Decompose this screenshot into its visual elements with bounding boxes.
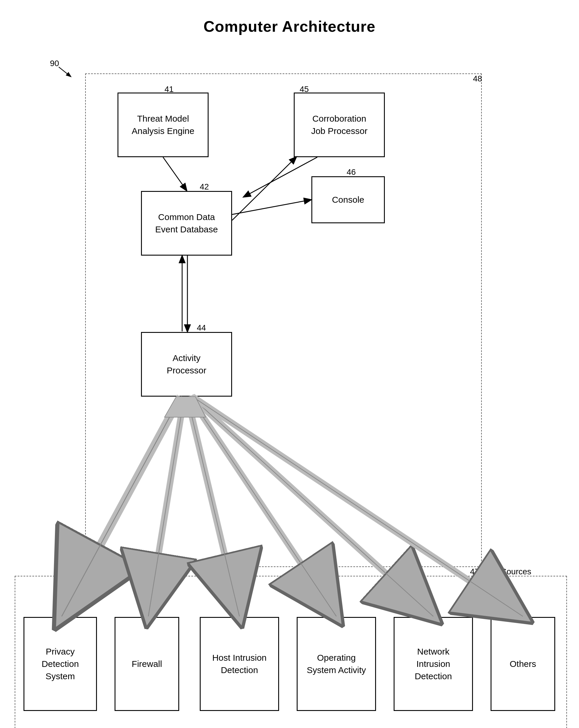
box-os-activity: Operating System Activity	[297, 617, 376, 711]
ref-46: 46	[347, 167, 356, 177]
page-title: Computer Architecture	[0, 0, 579, 35]
ref90-arrow	[56, 64, 74, 79]
ref-44: 44	[197, 323, 206, 333]
box-network-intrusion: Network Intrusion Detection	[394, 617, 473, 711]
diagram-container: 90 48 41 Threat Model Analysis Engine 45…	[0, 41, 579, 728]
box-activity-processor: Activity Processor	[141, 332, 232, 397]
box-threat-model: Threat Model Analysis Engine	[117, 93, 209, 157]
box-privacy-detection: Privacy Detection System	[24, 617, 97, 711]
box-console: Console	[311, 176, 385, 223]
svg-line-0	[59, 67, 71, 76]
ref-47: 47 Data Sources	[470, 567, 531, 576]
box-corroboration: Corroboration Job Processor	[294, 93, 385, 157]
box-others: Others	[491, 617, 555, 711]
box-host-intrusion: Host Intrusion Detection	[200, 617, 279, 711]
ref-42: 42	[200, 182, 209, 191]
ref-48: 48	[473, 74, 482, 83]
box-firewall: Firewall	[114, 617, 179, 711]
box-database: Common Data Event Database	[141, 191, 232, 256]
data-sources-box-47	[15, 576, 567, 728]
